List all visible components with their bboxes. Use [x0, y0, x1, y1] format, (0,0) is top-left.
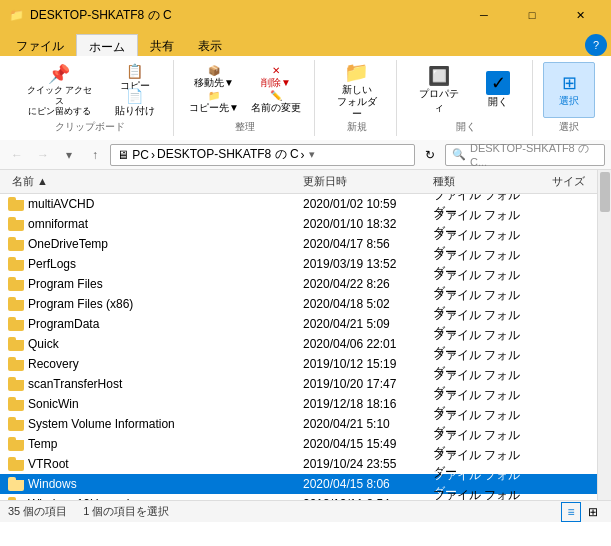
minimize-button[interactable]: ─: [461, 0, 507, 30]
close-button[interactable]: ✕: [557, 0, 603, 30]
ribbon-tabs: ファイル ホーム 共有 表示 ?: [0, 30, 611, 56]
title-bar: 📁 DESKTOP-SHKATF8 の C ─ □ ✕: [0, 0, 611, 30]
breadcrumb-pc: 🖥 PC: [117, 148, 149, 162]
folder-icon: [8, 297, 24, 311]
select-button[interactable]: ⊞ 選択: [543, 62, 595, 118]
file-name: Program Files (x86): [28, 297, 133, 311]
breadcrumb: 🖥 PC › DESKTOP-SHKATF8 の C ›: [117, 146, 305, 163]
file-date: 2020/04/22 8:26: [299, 277, 429, 291]
properties-button[interactable]: 🔲 プロパティ: [407, 62, 470, 118]
file-date: 2020/04/21 5:09: [299, 317, 429, 331]
refresh-button[interactable]: ↻: [419, 144, 441, 166]
item-count: 35 個の項目: [8, 504, 67, 519]
col-header-name[interactable]: 名前 ▲: [8, 172, 299, 191]
file-date: 2019/12/18 18:16: [299, 397, 429, 411]
organize-label: 整理: [235, 120, 255, 134]
move-to-button[interactable]: 📦 移動先▼: [184, 66, 244, 90]
file-date: 2020/04/06 22:01: [299, 337, 429, 351]
file-date: 2020/04/15 15:49: [299, 437, 429, 451]
folder-icon: [8, 437, 24, 451]
organize-group: 📦 移動先▼ 📁 コピー先▼ ✕ 削除▼ ✏️ 名前の変更 整理: [176, 60, 315, 136]
window-controls: ─ □ ✕: [461, 0, 603, 30]
file-name: ProgramData: [28, 317, 99, 331]
file-date: 2020/01/02 10:59: [299, 197, 429, 211]
file-name: multiAVCHD: [28, 197, 94, 211]
file-date: 2020/04/17 8:56: [299, 237, 429, 251]
rename-button[interactable]: ✏️ 名前の変更: [246, 91, 306, 115]
tab-file[interactable]: ファイル: [4, 34, 76, 56]
file-name: omniformat: [28, 217, 88, 231]
col-header-date[interactable]: 更新日時: [299, 172, 429, 191]
file-name: OneDriveTemp: [28, 237, 108, 251]
recent-locations-button[interactable]: ▾: [58, 144, 80, 166]
large-icons-button[interactable]: ⊞: [583, 502, 603, 522]
file-list: 名前 ▲ 更新日時 種類 サイズ multiAVCHD 2020/01/02 1…: [0, 170, 597, 500]
select-label: 選択: [559, 120, 579, 134]
folder-icon: [8, 317, 24, 331]
col-header-size[interactable]: サイズ: [529, 172, 589, 191]
clipboard-group: 📌 クイック アクセスにピン留めする 📋 コピー 📄 貼り付け クリップボード: [8, 60, 174, 136]
dropdown-arrow[interactable]: ▾: [309, 148, 315, 161]
address-path[interactable]: 🖥 PC › DESKTOP-SHKATF8 の C › ▾: [110, 144, 415, 166]
file-area: 名前 ▲ 更新日時 種類 サイズ multiAVCHD 2020/01/02 1…: [0, 170, 611, 500]
open-group: 🔲 プロパティ ✓ 開く 開く: [399, 60, 533, 136]
folder-icon: [8, 397, 24, 411]
folder-icon: [8, 257, 24, 271]
search-box[interactable]: 🔍 DESKTOP-SHKATF8 の C...: [445, 144, 605, 166]
forward-button[interactable]: →: [32, 144, 54, 166]
scrollbar[interactable]: [597, 170, 611, 500]
selected-count: 1 個の項目を選択: [83, 504, 169, 519]
clipboard-label: クリップボード: [55, 120, 125, 134]
new-group: 📁 新しいフォルダー 新規: [317, 60, 397, 136]
file-date: 2020/04/15 8:06: [299, 477, 429, 491]
folder-icon: [8, 337, 24, 351]
folder-icon: [8, 197, 24, 211]
breadcrumb-drive: DESKTOP-SHKATF8 の C: [157, 146, 299, 163]
new-folder-button[interactable]: 📁 新しいフォルダー: [325, 62, 388, 118]
file-date: 2019/10/24 23:55: [299, 457, 429, 471]
tab-home[interactable]: ホーム: [76, 34, 138, 56]
file-date: 2019/10/12 15:19: [299, 357, 429, 371]
tab-share[interactable]: 共有: [138, 34, 186, 56]
up-button[interactable]: ↑: [84, 144, 106, 166]
folder-icon: [8, 237, 24, 251]
select-group: ⊞ 選択 選択: [535, 60, 603, 136]
status-bar: 35 個の項目 1 個の項目を選択 ≡ ⊞: [0, 500, 611, 522]
file-date: 2020/04/21 5:10: [299, 417, 429, 431]
file-name: scanTransferHost: [28, 377, 122, 391]
file-name: Windows: [28, 477, 77, 491]
col-header-type[interactable]: 種類: [429, 172, 529, 191]
open-button[interactable]: ✓ 開く: [472, 62, 524, 118]
search-placeholder: DESKTOP-SHKATF8 の C...: [470, 141, 598, 168]
folder-icon: [8, 277, 24, 291]
file-row[interactable]: Windows10Upgrade 2018/12/11 8:54 ファイル フォ…: [0, 494, 597, 500]
copy-button[interactable]: 📋 コピー: [105, 66, 165, 90]
file-name: VTRoot: [28, 457, 69, 471]
back-button[interactable]: ←: [6, 144, 28, 166]
quick-access-button[interactable]: 📌 クイック アクセスにピン留めする: [16, 62, 103, 118]
open-label: 開く: [456, 120, 476, 134]
copy-to-button[interactable]: 📁 コピー先▼: [184, 91, 244, 115]
file-date: 2020/01/10 18:32: [299, 217, 429, 231]
file-name: Temp: [28, 437, 57, 451]
new-label: 新規: [347, 120, 367, 134]
app-icon: 📁: [8, 7, 24, 23]
details-view-button[interactable]: ≡: [561, 502, 581, 522]
folder-icon: [8, 357, 24, 371]
folder-icon: [8, 477, 24, 491]
address-bar: ← → ▾ ↑ 🖥 PC › DESKTOP-SHKATF8 の C › ▾ ↻…: [0, 140, 611, 170]
file-name: Windows10Upgrade: [28, 497, 136, 500]
tab-view[interactable]: 表示: [186, 34, 234, 56]
delete-button[interactable]: ✕ 削除▼: [246, 66, 306, 90]
file-name: Program Files: [28, 277, 103, 291]
file-type: ファイル フォルダー: [429, 487, 529, 500]
folder-icon: [8, 457, 24, 471]
folder-icon: [8, 217, 24, 231]
folder-icon: [8, 377, 24, 391]
file-date: 2019/10/20 17:47: [299, 377, 429, 391]
maximize-button[interactable]: □: [509, 0, 555, 30]
paste-button[interactable]: 📄 貼り付け: [105, 91, 165, 115]
help-button[interactable]: ?: [585, 34, 607, 56]
file-name: Quick: [28, 337, 59, 351]
file-name: SonicWin: [28, 397, 79, 411]
